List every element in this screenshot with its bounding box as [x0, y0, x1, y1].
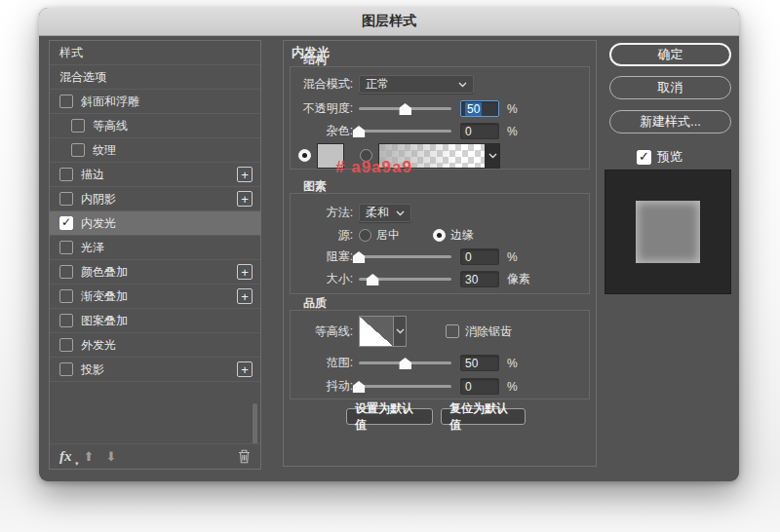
sidebar-item-bevel-emboss[interactable]: 斜面和浮雕 — [50, 90, 260, 114]
source-edge-label: 边缘 — [450, 227, 474, 244]
size-row: 大小: 30 像素 — [291, 270, 589, 288]
contour-picker-chevron-icon[interactable] — [394, 316, 407, 347]
pattern-overlay-checkbox[interactable] — [59, 314, 73, 327]
sidebar-item-label: 外发光 — [81, 337, 116, 354]
sidebar-item-label: 等高线 — [93, 118, 128, 134]
noise-label: 杂色: — [292, 123, 353, 139]
add-stroke-instance-button[interactable]: + — [237, 167, 253, 182]
range-input[interactable]: 50 — [460, 355, 499, 371]
noise-unit: % — [507, 125, 518, 138]
range-row: 范围: 50 % — [291, 354, 589, 372]
dialog-titlebar[interactable]: 图层样式 — [39, 8, 739, 36]
outer-glow-checkbox[interactable] — [59, 338, 73, 352]
sidebar-item-inner-glow[interactable]: 内发光 — [50, 211, 260, 236]
source-center-radio[interactable] — [359, 229, 371, 242]
preview-checkbox[interactable] — [637, 150, 651, 165]
choke-unit: % — [507, 250, 518, 264]
reset-default-button[interactable]: 复位为默认值 — [441, 408, 526, 425]
slider-track — [359, 255, 451, 258]
fx-add-effect-button[interactable]: fx ▾ — [59, 448, 72, 465]
antialias-label: 消除锯齿 — [465, 323, 512, 340]
sidebar-item-stroke[interactable]: 描边 + — [50, 163, 260, 187]
gradient-overlay-checkbox[interactable] — [59, 289, 73, 303]
source-edge-radio[interactable] — [433, 229, 446, 242]
contour-thumbnail[interactable] — [359, 316, 394, 347]
add-drop-shadow-instance-button[interactable]: + — [237, 361, 253, 377]
color-hex-annotation: # a9a9a9 — [335, 158, 412, 177]
bevel-emboss-checkbox[interactable] — [59, 95, 73, 108]
size-value: 30 — [465, 273, 478, 286]
sidebar-item-texture[interactable]: 纹理 — [50, 138, 260, 163]
inner-shadow-checkbox[interactable] — [59, 192, 73, 206]
size-slider[interactable] — [359, 273, 451, 285]
opacity-label: 不透明度: — [292, 100, 353, 117]
gradient-picker-chevron-icon[interactable] — [486, 143, 500, 169]
sidebar-item-satin[interactable]: 光泽 — [50, 236, 260, 260]
sidebar-item-pattern-overlay[interactable]: 图案叠加 — [50, 309, 260, 333]
range-slider[interactable] — [359, 357, 451, 369]
new-style-button[interactable]: 新建样式... — [609, 110, 731, 133]
sidebar-item-drop-shadow[interactable]: 投影 + — [50, 358, 260, 382]
dialog-body: 样式 混合选项 斜面和浮雕 等高线 纹理 描边 + — [39, 36, 739, 481]
choke-slider[interactable] — [359, 250, 451, 263]
antialias-checkbox[interactable] — [446, 324, 459, 338]
solid-color-radio[interactable] — [298, 149, 311, 162]
blend-mode-dropdown[interactable]: 正常 — [359, 75, 474, 94]
sidebar-item-styles[interactable]: 样式 — [50, 41, 260, 65]
sidebar-item-color-overlay[interactable]: 颜色叠加 + — [50, 260, 260, 285]
add-inner-shadow-instance-button[interactable]: + — [237, 191, 253, 207]
sidebar-item-contour[interactable]: 等高线 — [50, 114, 260, 138]
sidebar-item-inner-shadow[interactable]: 内阴影 + — [50, 187, 260, 211]
sidebar-item-gradient-overlay[interactable]: 渐变叠加 + — [50, 285, 260, 309]
styles-sidebar: 样式 混合选项 斜面和浮雕 等高线 纹理 描边 + — [49, 40, 261, 470]
source-row: 源: 居中 边缘 — [291, 226, 589, 245]
color-overlay-checkbox[interactable] — [59, 265, 73, 279]
sidebar-item-label: 图案叠加 — [81, 313, 128, 329]
slider-thumb[interactable] — [353, 126, 366, 137]
inner-glow-settings-panel: 内发光 结构 混合模式: 正常 不透明度: — [283, 40, 597, 467]
jitter-unit: % — [507, 380, 518, 394]
size-input[interactable]: 30 — [460, 271, 499, 287]
inner-glow-checkbox[interactable] — [59, 216, 73, 230]
sidebar-item-label: 样式 — [59, 45, 83, 61]
move-effect-down-icon[interactable]: ⬇ — [105, 450, 116, 463]
slider-track — [359, 385, 451, 388]
noise-input[interactable]: 0 — [460, 123, 499, 139]
sidebar-item-label: 内发光 — [81, 215, 116, 232]
delete-effect-icon[interactable] — [238, 449, 251, 464]
jitter-input[interactable]: 0 — [460, 378, 499, 395]
drop-shadow-checkbox[interactable] — [59, 362, 73, 376]
technique-row: 方法: 柔和 — [291, 204, 589, 222]
opacity-slider[interactable] — [359, 102, 451, 115]
opacity-input[interactable]: 50 — [460, 100, 499, 117]
sidebar-scrollbar[interactable] — [253, 403, 257, 444]
satin-checkbox[interactable] — [59, 241, 73, 254]
move-effect-up-icon[interactable]: ⬆ — [84, 450, 95, 463]
sidebar-item-blending-options[interactable]: 混合选项 — [50, 65, 260, 90]
slider-thumb[interactable] — [353, 381, 366, 393]
choke-input[interactable]: 0 — [460, 248, 499, 265]
set-default-button[interactable]: 设置为默认值 — [346, 408, 433, 425]
contour-checkbox[interactable] — [71, 119, 85, 133]
style-preview-thumbnail — [604, 170, 731, 294]
sidebar-item-label: 混合选项 — [59, 69, 106, 86]
noise-slider[interactable] — [359, 125, 451, 137]
slider-thumb[interactable] — [353, 251, 366, 263]
slider-thumb[interactable] — [399, 358, 411, 369]
sidebar-item-outer-glow[interactable]: 外发光 — [50, 333, 260, 358]
range-value: 50 — [465, 357, 478, 370]
add-gradient-overlay-instance-button[interactable]: + — [237, 288, 253, 304]
jitter-slider[interactable] — [359, 380, 451, 393]
texture-checkbox[interactable] — [71, 143, 85, 157]
add-color-overlay-instance-button[interactable]: + — [237, 264, 253, 280]
ok-button[interactable]: 确定 — [609, 43, 731, 66]
cancel-button[interactable]: 取消 — [609, 76, 731, 99]
jitter-value: 0 — [465, 380, 472, 394]
size-label: 大小: — [292, 271, 353, 287]
jitter-row: 抖动: 0 % — [291, 377, 589, 396]
stroke-checkbox[interactable] — [59, 168, 73, 181]
slider-thumb[interactable] — [367, 274, 379, 285]
slider-thumb[interactable] — [399, 103, 411, 115]
blend-mode-value: 正常 — [366, 76, 389, 93]
technique-dropdown[interactable]: 柔和 — [359, 204, 411, 222]
